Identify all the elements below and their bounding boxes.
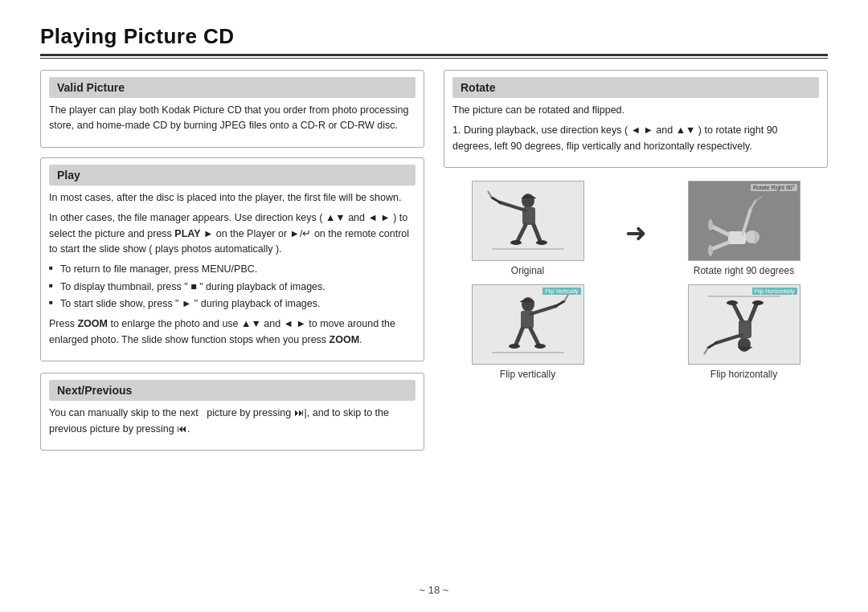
flip-vertical-image-cell: Flip Vertically bbox=[444, 284, 612, 380]
rotate-section: Rotate The picture can be rotated and fl… bbox=[444, 70, 828, 168]
play-para2: In other cases, the file manager appears… bbox=[49, 210, 416, 257]
valid-picture-text: The player can play both Kodak Picture C… bbox=[49, 103, 416, 134]
rotate-right-batter-svg bbox=[700, 185, 788, 257]
svg-line-35 bbox=[750, 304, 756, 320]
original-batter-svg bbox=[484, 185, 572, 257]
rotate-right-caption: Rotate right 90 degrees bbox=[694, 265, 794, 276]
svg-point-7 bbox=[510, 240, 522, 245]
title-divider-thin bbox=[40, 58, 828, 59]
svg-line-38 bbox=[704, 348, 708, 354]
svg-point-16 bbox=[708, 219, 713, 231]
play-header: Play bbox=[49, 165, 416, 186]
svg-line-5 bbox=[518, 225, 526, 241]
svg-line-12 bbox=[743, 209, 751, 235]
play-section: Play In most cases, after the disc is pl… bbox=[40, 157, 424, 361]
images-grid: Original ➜ Rotate Right 90° bbox=[444, 181, 828, 380]
svg-line-34 bbox=[734, 304, 742, 320]
page-title: Playing Picture CD bbox=[40, 24, 828, 49]
flip-horizontal-caption: Flip horizontally bbox=[710, 369, 777, 380]
original-image bbox=[472, 181, 584, 261]
svg-line-28 bbox=[564, 295, 568, 301]
play-content: In most cases, after the disc is placed … bbox=[49, 190, 416, 348]
valid-picture-content: The player can play both Kodak Picture C… bbox=[49, 103, 416, 134]
play-bullets: To return to file manager, press MENU/PB… bbox=[49, 262, 416, 312]
svg-line-18 bbox=[755, 197, 762, 201]
svg-point-8 bbox=[536, 240, 547, 245]
svg-point-17 bbox=[708, 245, 713, 256]
flip-vertical-batter-svg bbox=[484, 288, 572, 361]
next-previous-content: You can manually skip to the next pictur… bbox=[49, 406, 416, 437]
spacer-cell bbox=[620, 284, 652, 380]
svg-line-6 bbox=[534, 225, 540, 241]
rotate-right-image: Rotate Right 90° bbox=[688, 181, 800, 261]
svg-point-37 bbox=[752, 300, 764, 305]
valid-picture-section: Valid Picture The player can play both K… bbox=[40, 70, 424, 148]
rotate-content: The picture can be rotated and flipped. … bbox=[452, 103, 819, 154]
svg-line-25 bbox=[516, 328, 522, 345]
svg-point-26 bbox=[534, 344, 546, 349]
flip-horizontal-overlay: Flip Horizontally bbox=[752, 288, 797, 295]
play-bullet-2: To display thumbnail, press " ■ " during… bbox=[49, 279, 416, 295]
flip-horizontal-batter-svg bbox=[700, 288, 788, 361]
svg-line-9 bbox=[488, 191, 492, 198]
rotate-para1: The picture can be rotated and flipped. bbox=[452, 103, 819, 118]
rotate-para2: 1. During playback, use direction keys (… bbox=[452, 123, 819, 154]
rotate-right-overlay: Rotate Right 90° bbox=[751, 184, 796, 191]
arrow-cell: ➜ bbox=[620, 181, 652, 276]
next-previous-section: Next/Previous You can manually skip to t… bbox=[40, 373, 424, 451]
svg-line-33 bbox=[708, 343, 716, 348]
title-divider-thick bbox=[40, 54, 828, 56]
play-para1: In most cases, after the disc is placed … bbox=[49, 190, 416, 206]
flip-horizontal-image-cell: Flip Horizontally bbox=[660, 284, 828, 380]
play-bullet-3: To start slide show, press " ► " during … bbox=[49, 296, 416, 312]
rotate-right-image-cell: Rotate Right 90° bbox=[660, 181, 828, 276]
svg-line-22 bbox=[530, 306, 556, 314]
svg-line-24 bbox=[530, 328, 538, 345]
svg-line-14 bbox=[712, 226, 728, 235]
page-footer: ~ 18 ~ bbox=[40, 584, 828, 596]
next-previous-header: Next/Previous bbox=[49, 380, 416, 401]
original-caption: Original bbox=[511, 265, 544, 276]
svg-line-4 bbox=[492, 198, 500, 202]
svg-line-23 bbox=[556, 301, 564, 306]
svg-point-27 bbox=[509, 344, 520, 349]
arrow-right-icon: ➜ bbox=[625, 218, 647, 248]
svg-line-3 bbox=[500, 202, 526, 210]
svg-line-13 bbox=[751, 201, 755, 209]
flip-vertical-overlay: Flip Vertically bbox=[542, 288, 580, 295]
flip-vertical-image: Flip Vertically bbox=[472, 284, 584, 365]
page: Playing Picture CD Valid Picture The pla… bbox=[0, 0, 868, 612]
valid-picture-header: Valid Picture bbox=[49, 77, 416, 98]
content-columns: Valid Picture The player can play both K… bbox=[40, 70, 828, 576]
svg-line-15 bbox=[712, 243, 728, 249]
flip-vertical-caption: Flip vertically bbox=[500, 369, 555, 380]
flip-horizontal-image: Flip Horizontally bbox=[688, 284, 800, 365]
play-para3: Press ZOOM to enlarge the photo and use … bbox=[49, 316, 416, 348]
next-previous-text: You can manually skip to the next pictur… bbox=[49, 406, 416, 437]
play-bullet-1: To return to file manager, press MENU/PB… bbox=[49, 262, 416, 277]
rotate-header: Rotate bbox=[452, 77, 819, 98]
left-column: Valid Picture The player can play both K… bbox=[40, 70, 424, 576]
svg-line-32 bbox=[716, 335, 742, 343]
right-column: Rotate The picture can be rotated and fl… bbox=[444, 70, 828, 576]
original-image-cell: Original bbox=[444, 181, 612, 276]
svg-point-36 bbox=[727, 300, 738, 305]
